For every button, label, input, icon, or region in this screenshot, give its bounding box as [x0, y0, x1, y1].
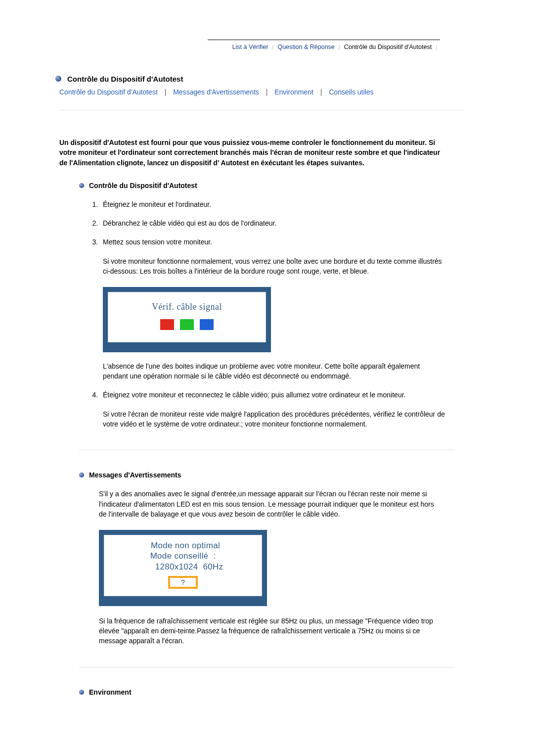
- step-text: Débranchez le câble vidéo qui est au dos…: [103, 219, 276, 227]
- anchor-autotest[interactable]: Contrôle du Dispositif d'Autotest: [59, 88, 158, 96]
- section-environment: Environment: [79, 688, 455, 696]
- steps-list: Éteignez le moniteur et l'ordinateur. Dé…: [79, 199, 446, 429]
- list-item: Éteignez votre moniteur et reconnectez l…: [100, 390, 446, 429]
- tab-autotest[interactable]: Contrôle du Dispositif d'Autotest: [341, 44, 435, 50]
- section-warnings: Messages d'Avertissements: [79, 471, 455, 479]
- divider: [59, 110, 465, 110]
- monitor-illustration: Vérif. câble signal: [103, 287, 271, 352]
- intro-paragraph: Un dispositif d'Autotest est fourni pour…: [59, 138, 445, 168]
- help-box-icon: ?: [168, 576, 198, 589]
- step-extra: L'absence de l'une des boites indique un…: [103, 361, 446, 381]
- bullet-icon: [79, 690, 84, 695]
- step-extra: Si votre l'écran de moniteur reste vide …: [103, 409, 446, 429]
- separator-icon: |: [271, 44, 275, 50]
- section-title: Messages d'Avertissements: [89, 471, 181, 479]
- monitor-illustration: Mode non optimal Mode conseillé : 1280x1…: [99, 530, 267, 606]
- green-box-icon: [180, 319, 194, 330]
- top-nav: List à Vérifier | Question & Réponse | C…: [59, 40, 440, 54]
- tab-question-reponse[interactable]: Question & Réponse: [274, 44, 337, 50]
- anchor-warnings[interactable]: Messages d'Avertissements: [173, 88, 259, 96]
- list-item: Éteignez le moniteur et l'ordinateur.: [100, 199, 446, 209]
- rgb-boxes: [160, 319, 214, 330]
- page-title-row: Contrôle du Dispositif d'Autotest: [55, 74, 465, 83]
- blue-box-icon: [200, 319, 214, 330]
- separator-icon: |: [315, 88, 327, 96]
- bullet-icon: [79, 472, 84, 477]
- body-paragraph: Si la fréquence de rafraîchissement vert…: [99, 616, 440, 646]
- separator-icon: |: [261, 88, 273, 96]
- step-extra: Si votre moniteur fonctionne normalement…: [103, 256, 446, 277]
- section-autotest: Contrôle du Dispositif d'Autotest Éteign…: [79, 182, 455, 429]
- red-box-icon: [160, 319, 174, 330]
- divider: [79, 450, 455, 450]
- separator-icon: |: [435, 44, 438, 50]
- bullet-icon: [79, 183, 84, 188]
- list-item: Mettez sous tension votre moniteur. Si v…: [100, 237, 446, 381]
- separator-icon: |: [160, 88, 172, 96]
- anchor-environment[interactable]: Environment: [274, 88, 313, 96]
- anchor-conseils[interactable]: Conseils utiles: [329, 88, 373, 96]
- step-text: Éteignez le moniteur et l'ordinateur.: [103, 200, 211, 208]
- section-title: Environment: [89, 688, 132, 696]
- bullet-icon: [55, 76, 61, 82]
- list-item: Débranchez le câble vidéo qui est au dos…: [100, 218, 446, 228]
- step-text: Mettez sous tension votre moniteur.: [103, 238, 212, 246]
- section-title: Contrôle du Dispositif d'Autotest: [89, 182, 197, 189]
- monitor-message: Mode non optimal Mode conseillé : 1280x1…: [109, 540, 257, 572]
- tab-list-verifier[interactable]: List à Vérifier: [229, 44, 271, 50]
- anchor-nav: Contrôle du Dispositif d'Autotest | Mess…: [59, 88, 465, 96]
- divider: [79, 667, 455, 667]
- page-title: Contrôle du Dispositif d'Autotest: [67, 74, 183, 83]
- monitor-screen: Mode non optimal Mode conseillé : 1280x1…: [104, 535, 262, 596]
- step-text: Éteignez votre moniteur et reconnectez l…: [103, 391, 405, 399]
- monitor-message: Vérif. câble signal: [113, 300, 261, 313]
- monitor-screen: Vérif. câble signal: [108, 292, 266, 342]
- content: Contrôle du Dispositif d'Autotest Contrô…: [59, 74, 465, 696]
- page: List à Vérifier | Question & Réponse | C…: [0, 0, 534, 726]
- separator-icon: |: [338, 44, 341, 50]
- body-paragraph: S'il y a des anomalies avec le signal d'…: [99, 489, 440, 519]
